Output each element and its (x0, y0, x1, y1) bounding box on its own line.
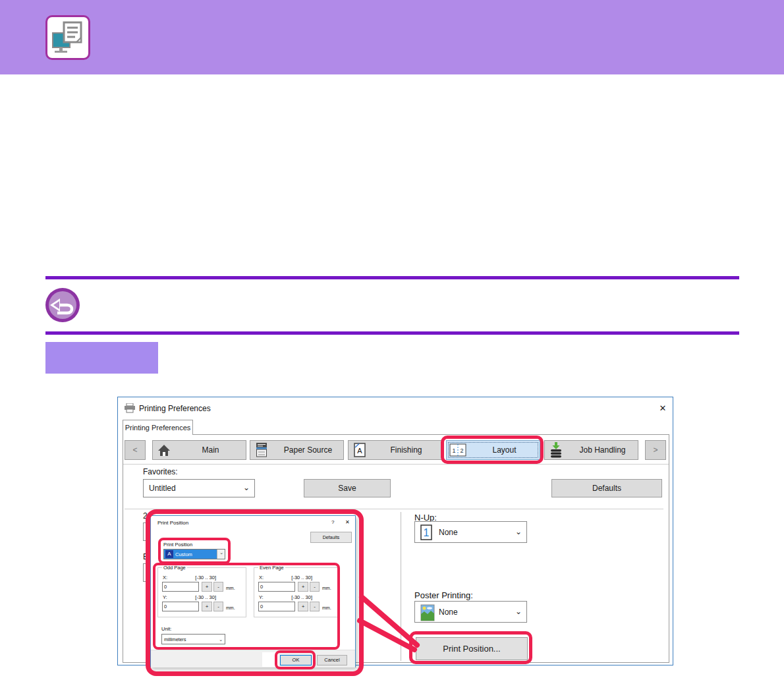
tab-label: Paper Source (273, 445, 343, 455)
section-separator (125, 509, 663, 509)
layout-pages-icon: 1 2 (447, 443, 469, 457)
finishing-page-icon: A (349, 443, 371, 457)
toolbar-underline (123, 464, 669, 465)
mm-label: mm. (226, 606, 235, 610)
monitor-document-icon (47, 49, 88, 60)
ok-button[interactable]: OK (280, 655, 312, 665)
dialog-title: Print Position (157, 520, 188, 526)
y-range: [-30 .. 30] (281, 594, 312, 600)
tab-label: Layout (469, 445, 540, 455)
chevron-down-icon: ⌄ (515, 606, 522, 615)
print-position-dialog: Print Position ? ✕ Defaults Print Positi… (150, 515, 356, 667)
poster-landscape-icon (420, 604, 435, 623)
column-divider (401, 512, 401, 661)
manual-page: Printing Preferences ✕ Printing Preferen… (0, 0, 784, 678)
odd-y-plus-button[interactable]: + (202, 602, 212, 611)
poster-dropdown[interactable]: None ⌄ (414, 601, 527, 623)
unit-label: Unit: (161, 626, 171, 632)
window-title: Printing Preferences (139, 404, 211, 413)
step-label-block (45, 342, 158, 374)
position-a-icon: A (165, 550, 173, 558)
unit-value: millimeters (164, 637, 186, 642)
tab-printing-preferences[interactable]: Printing Preferences (123, 420, 193, 435)
svg-text:2: 2 (460, 447, 463, 454)
close-icon[interactable]: ✕ (345, 519, 350, 525)
x-range: [-30 .. 30] (184, 575, 216, 580)
nup-one-icon: 1 (420, 524, 432, 542)
tab-paper-source[interactable]: Paper Source (250, 440, 344, 460)
print-position-dropdown[interactable]: A Custom ⌄ (163, 549, 225, 559)
even-x-plus-button[interactable]: + (298, 582, 308, 592)
favorites-dropdown[interactable]: Untitled ⌄ (143, 479, 255, 497)
tab-main[interactable]: Main (152, 440, 246, 460)
odd-x-minus-button[interactable]: - (213, 582, 223, 592)
x-label: X: (259, 575, 264, 580)
print-position-label: Print Position (163, 542, 192, 548)
x-range: [-30 .. 30] (281, 575, 312, 580)
even-y-plus-button[interactable]: + (298, 602, 308, 611)
blank-box (262, 652, 279, 667)
x-label: X: (163, 575, 167, 580)
poster-value: None (439, 607, 458, 617)
chevron-down-icon: ⌄ (217, 550, 225, 559)
divider-rule-top (45, 276, 739, 279)
svg-text:1: 1 (452, 447, 455, 454)
even-x-input[interactable]: 0 (258, 582, 295, 592)
odd-page-title: Odd Page (162, 565, 187, 571)
close-icon[interactable]: ✕ (657, 403, 669, 413)
scroll-tabs-right-button[interactable]: > (645, 440, 666, 460)
defaults-button[interactable]: Defaults (551, 479, 662, 497)
even-page-group: Even Page X: [-30 .. 30] 0 + - mm. Y: [-… (254, 567, 339, 617)
help-icon[interactable]: ? (331, 519, 334, 525)
tab-label: Finishing (371, 445, 441, 455)
y-range: [-30 .. 30] (184, 594, 216, 600)
svg-text:1: 1 (424, 527, 430, 538)
nup-value: None (439, 528, 458, 537)
tab-job-handling[interactable]: Job Handling (544, 440, 638, 460)
position-value: Custom (175, 551, 192, 557)
odd-x-input[interactable]: 0 (162, 582, 199, 592)
odd-x-plus-button[interactable]: + (202, 582, 212, 592)
print-position-button[interactable]: Print Position... (416, 637, 528, 660)
even-page-title: Even Page (258, 565, 285, 571)
tab-finishing[interactable]: A Finishing (348, 440, 442, 460)
copier-icon (250, 443, 273, 457)
tab-label: Main (175, 445, 246, 455)
favorites-value: Untitled (149, 484, 176, 493)
y-label: Y: (259, 594, 264, 600)
printer-icon (124, 403, 136, 416)
job-stack-icon (545, 442, 567, 458)
even-y-input[interactable]: 0 (258, 602, 295, 611)
odd-page-group: Odd Page X: [-30 .. 30] 0 + - mm. Y: [-3… (157, 567, 246, 617)
header-band (0, 0, 784, 74)
printing-app-icon (45, 15, 90, 60)
mm-label: mm. (322, 606, 331, 610)
unit-dropdown[interactable]: millimeters ⌄ (161, 634, 225, 644)
home-icon (153, 444, 175, 457)
back-to-top-icon[interactable] (44, 287, 81, 324)
scroll-tabs-left-button[interactable]: < (125, 440, 146, 460)
tab-label: Job Handling (567, 445, 638, 455)
even-y-minus-button[interactable]: - (310, 602, 320, 611)
even-x-minus-button[interactable]: - (310, 582, 320, 592)
nup-dropdown[interactable]: 1 None ⌄ (414, 521, 527, 543)
divider-rule-bottom (45, 331, 739, 335)
odd-y-minus-button[interactable]: - (213, 602, 223, 611)
cancel-button[interactable]: Cancel (317, 655, 347, 665)
mm-label: mm. (226, 586, 235, 590)
y-label: Y: (163, 594, 167, 600)
poster-printing-label: Poster Printing: (414, 590, 473, 600)
chevron-down-icon: ⌄ (219, 637, 223, 642)
chevron-down-icon: ⌄ (243, 483, 250, 492)
save-button[interactable]: Save (304, 479, 391, 497)
tab-layout[interactable]: 1 2 Layout (446, 440, 540, 460)
mini-defaults-button[interactable]: Defaults (310, 532, 352, 543)
favorites-label: Favorites: (143, 467, 178, 476)
chevron-down-icon: ⌄ (515, 526, 522, 536)
svg-text:A: A (357, 447, 362, 455)
mm-label: mm. (322, 586, 331, 590)
odd-y-input[interactable]: 0 (162, 602, 199, 611)
